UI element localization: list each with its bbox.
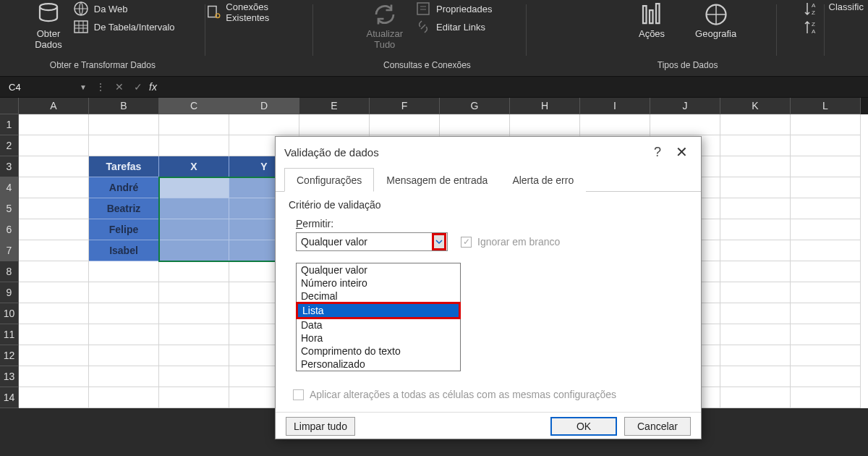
cell[interactable] — [159, 282, 229, 303]
name-box[interactable]: C4 ▼ — [4, 78, 91, 96]
row-header[interactable]: 12 — [0, 345, 19, 366]
get-data-button[interactable]: Obter Dados — [30, 0, 67, 51]
cell[interactable] — [650, 114, 720, 135]
cell[interactable] — [159, 198, 229, 219]
cell[interactable] — [89, 345, 159, 366]
cell[interactable] — [791, 324, 861, 345]
cell[interactable] — [791, 156, 861, 177]
col-header[interactable]: H — [510, 98, 580, 114]
sort-za-button[interactable]: ZA — [803, 19, 820, 36]
cell[interactable] — [580, 114, 650, 135]
cell[interactable] — [159, 366, 229, 387]
allow-combo-button[interactable] — [432, 233, 446, 250]
cell[interactable] — [720, 345, 791, 366]
tab-settings[interactable]: Configurações — [284, 168, 374, 192]
cell[interactable] — [19, 282, 89, 303]
row-header[interactable]: 5 — [0, 198, 19, 219]
cell[interactable] — [159, 135, 229, 156]
refresh-all-button[interactable]: Atualizar Tudo — [362, 0, 407, 51]
col-header[interactable]: J — [650, 98, 720, 114]
table-row-label[interactable]: Beatriz — [89, 198, 159, 219]
col-header[interactable]: F — [370, 98, 440, 114]
cell[interactable] — [159, 177, 229, 198]
row-header[interactable]: 9 — [0, 282, 19, 303]
cell[interactable] — [89, 324, 159, 345]
allow-option[interactable]: Número inteiro — [297, 276, 460, 290]
col-header[interactable]: L — [791, 98, 861, 114]
cell[interactable] — [791, 345, 861, 366]
col-header[interactable]: D — [229, 98, 299, 114]
cell[interactable] — [791, 135, 861, 156]
formula-input[interactable] — [161, 78, 868, 96]
row-header[interactable]: 10 — [0, 303, 19, 324]
cell[interactable] — [720, 366, 791, 387]
row-header[interactable]: 14 — [0, 387, 19, 408]
cell[interactable] — [89, 261, 159, 282]
cell[interactable] — [720, 177, 791, 198]
sort-button[interactable]: Classific — [825, 0, 868, 76]
allow-option-selected[interactable]: Lista — [296, 302, 461, 319]
ignore-blank-checkbox[interactable]: ✓ Ignorar em branco — [461, 236, 560, 248]
cell[interactable] — [159, 324, 229, 345]
row-header[interactable]: 13 — [0, 366, 19, 387]
select-all-corner[interactable] — [0, 98, 19, 114]
cell[interactable] — [720, 303, 791, 324]
cell[interactable] — [791, 366, 861, 387]
table-row-label[interactable]: André — [89, 177, 159, 198]
apply-all-checkbox[interactable]: Aplicar alterações a todas as células co… — [293, 389, 688, 400]
allow-option[interactable]: Data — [297, 318, 460, 332]
cell[interactable] — [159, 261, 229, 282]
cell[interactable] — [720, 324, 791, 345]
cell[interactable] — [89, 282, 159, 303]
cell[interactable] — [720, 198, 791, 219]
properties-button[interactable]: Propriedades — [414, 0, 492, 17]
row-header[interactable]: 7 — [0, 240, 19, 261]
fx-icon[interactable]: fx — [148, 81, 161, 93]
cell[interactable] — [510, 114, 580, 135]
cell[interactable] — [159, 345, 229, 366]
cell[interactable] — [159, 114, 229, 135]
cell[interactable] — [299, 114, 370, 135]
cell[interactable] — [791, 387, 861, 408]
cell[interactable] — [19, 303, 89, 324]
cancel-button[interactable]: Cancelar — [624, 417, 691, 436]
cell[interactable] — [229, 114, 299, 135]
sort-az-button[interactable]: AZ — [803, 0, 820, 17]
cell[interactable] — [19, 198, 89, 219]
allow-option[interactable]: Decimal — [297, 290, 460, 303]
formula-more-button[interactable]: ⋮ — [91, 78, 110, 96]
cell[interactable] — [19, 177, 89, 198]
col-header[interactable]: E — [299, 98, 370, 114]
help-button[interactable]: ? — [644, 145, 671, 160]
col-header[interactable]: K — [720, 98, 791, 114]
allow-option[interactable]: Comprimento do texto — [297, 345, 460, 358]
cell[interactable] — [720, 261, 791, 282]
cell[interactable] — [791, 198, 861, 219]
cell[interactable] — [159, 303, 229, 324]
geography-button[interactable]: Geografia — [691, 0, 741, 41]
tab-input-message[interactable]: Mensagem de entrada — [374, 168, 500, 192]
cell[interactable] — [791, 177, 861, 198]
cell[interactable] — [159, 387, 229, 408]
cell[interactable] — [19, 240, 89, 261]
cell[interactable] — [89, 366, 159, 387]
cell[interactable] — [19, 324, 89, 345]
cell[interactable] — [19, 219, 89, 240]
ok-button[interactable]: OK — [550, 417, 617, 436]
row-header[interactable]: 1 — [0, 114, 19, 135]
col-header[interactable]: I — [580, 98, 650, 114]
cell[interactable] — [720, 282, 791, 303]
cell[interactable] — [19, 114, 89, 135]
cell[interactable] — [159, 240, 229, 261]
existing-connections-button[interactable]: Conexões Existentes — [205, 1, 310, 23]
cell[interactable] — [159, 219, 229, 240]
row-header[interactable]: 8 — [0, 261, 19, 282]
cell[interactable] — [19, 156, 89, 177]
cell[interactable] — [89, 114, 159, 135]
allow-option[interactable]: Personalizado — [297, 358, 460, 371]
allow-option[interactable]: Qualquer valor — [297, 263, 460, 276]
from-web-button[interactable]: Da Web — [72, 0, 175, 17]
cell[interactable] — [370, 114, 440, 135]
stocks-button[interactable]: Ações — [634, 0, 669, 41]
dialog-titlebar[interactable]: Validação de dados ? ✕ — [276, 137, 701, 167]
